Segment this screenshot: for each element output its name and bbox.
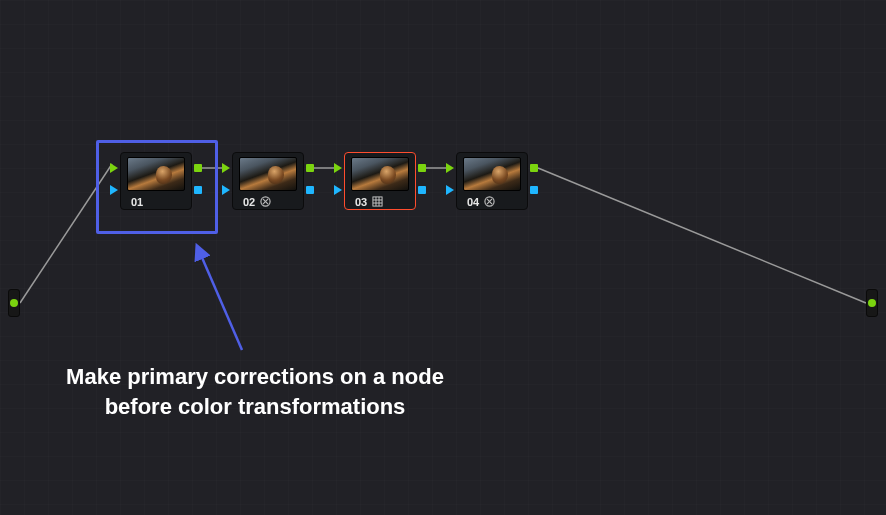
annotation-line2: before color transformations [105,394,406,419]
node-number-label: 01 [131,196,143,208]
graph-output[interactable] [866,289,878,317]
rgb-input-port-icon[interactable] [110,163,118,173]
color-node-02[interactable]: 02 [232,152,304,210]
rgb-input-port-icon[interactable] [222,163,230,173]
node-number-label: 04 [467,196,479,208]
graph-source-input[interactable] [8,289,20,317]
source-dot-icon [10,299,18,307]
alpha-input-port-icon[interactable] [446,185,454,195]
rgb-output-port-icon[interactable] [530,164,538,172]
node-thumbnail [463,157,521,191]
fx-badge-icon [260,196,271,207]
annotation-line1: Make primary corrections on a node [66,364,444,389]
alpha-output-port-icon[interactable] [418,186,426,194]
svg-line-16 [197,246,242,350]
alpha-input-port-icon[interactable] [222,185,230,195]
rgb-output-port-icon[interactable] [194,164,202,172]
svg-line-0 [20,164,112,303]
alpha-output-port-icon[interactable] [194,186,202,194]
rgb-output-port-icon[interactable] [418,164,426,172]
node-thumbnail [127,157,185,191]
rgb-input-port-icon[interactable] [446,163,454,173]
alpha-output-port-icon[interactable] [306,186,314,194]
fx-badge-icon [484,196,495,207]
node-thumbnail [239,157,297,191]
output-dot-icon [868,299,876,307]
annotation-caption: Make primary corrections on a node befor… [40,362,470,421]
svg-rect-8 [373,197,382,206]
node-number-label: 02 [243,196,255,208]
annotation-arrow-icon [0,0,886,515]
rgb-input-port-icon[interactable] [334,163,342,173]
node-thumbnail [351,157,409,191]
node-number-label: 03 [355,196,367,208]
alpha-input-port-icon[interactable] [334,185,342,195]
lut-grid-badge-icon [372,196,383,207]
svg-line-4 [538,168,866,303]
color-node-01[interactable]: 01 [120,152,192,210]
alpha-output-port-icon[interactable] [530,186,538,194]
color-node-03[interactable]: 03 [344,152,416,210]
rgb-output-port-icon[interactable] [306,164,314,172]
alpha-input-port-icon[interactable] [110,185,118,195]
color-node-04[interactable]: 04 [456,152,528,210]
connection-lines [0,0,886,515]
node-graph-canvas[interactable]: 01 02 03 [0,0,886,515]
